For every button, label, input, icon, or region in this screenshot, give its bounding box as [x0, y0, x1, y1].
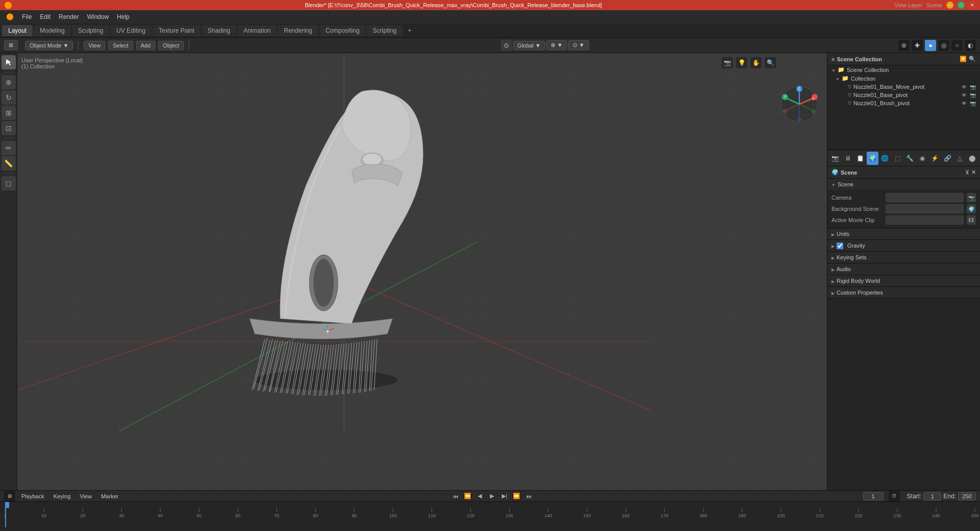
outliner-item-nozzle-move[interactable]: ▽ Nozzle01_Base_Move_pivot 👁 📷 — [827, 83, 980, 91]
tab-rendering[interactable]: Rendering — [278, 25, 318, 36]
minimize-button[interactable]: ─ — [946, 2, 953, 9]
audio-section-header[interactable]: Audio — [827, 263, 980, 275]
current-frame-input[interactable]: 1 — [863, 492, 884, 500]
timeline-playback-menu[interactable]: Playback — [18, 492, 47, 500]
viewport-search-icon[interactable]: 🔍 — [765, 57, 776, 68]
menu-file[interactable]: File — [18, 12, 36, 22]
nozzle-brush-render-icon[interactable]: 📷 — [970, 101, 976, 106]
menu-render[interactable]: Render — [55, 12, 83, 22]
viewport-3d[interactable]: User Perspective (Local) (1) Collection … — [17, 53, 827, 490]
object-menu[interactable]: Object — [158, 41, 184, 50]
scene-section-header[interactable]: Scene — [827, 179, 980, 190]
timeline-marker-menu[interactable]: Marker — [98, 492, 121, 500]
start-frame-input[interactable] — [923, 492, 941, 500]
timeline-keying-menu[interactable]: Keying — [51, 492, 74, 500]
outliner-filter-icon[interactable]: 🔽 — [960, 56, 967, 62]
tab-layout[interactable]: Layout — [2, 25, 33, 36]
custom-properties-section-header[interactable]: Custom Properties — [827, 287, 980, 298]
tab-sculpting[interactable]: Sculpting — [72, 25, 109, 36]
add-workspace-button[interactable]: + — [404, 25, 415, 36]
tab-compositing[interactable]: Compositing — [320, 25, 366, 36]
tab-uv-editing[interactable]: UV Editing — [110, 25, 152, 36]
prop-modifier-icon[interactable]: 🔧 — [904, 152, 916, 165]
camera-value[interactable] — [886, 193, 964, 202]
prop-object-data-icon[interactable]: △ — [954, 152, 965, 165]
play-btn[interactable]: ▶ — [487, 492, 497, 501]
menu-window[interactable]: Window — [83, 12, 113, 22]
active-movie-clip-pick-btn[interactable]: 🎞 — [967, 215, 976, 225]
prop-physics-icon[interactable]: ⚡ — [929, 152, 940, 165]
background-scene-value[interactable] — [886, 204, 964, 213]
properties-close-icon[interactable]: ✕ — [971, 169, 976, 176]
outliner-search-icon[interactable]: 🔍 — [969, 56, 976, 62]
prop-object-icon[interactable]: ⬚ — [892, 152, 903, 165]
gizmo-icon[interactable]: ✚ — [912, 40, 923, 51]
jump-to-end-btn[interactable]: ⏭ — [524, 492, 534, 501]
rotate-tool-button[interactable]: ↻ — [2, 90, 16, 105]
prop-view-layer-icon[interactable]: 📋 — [854, 152, 866, 165]
outliner-item-nozzle-base[interactable]: ▽ Nozzle01_Base_pivot 👁 📷 — [827, 91, 980, 99]
global-transform-dropdown[interactable]: Global ▼ — [513, 41, 546, 50]
prop-scene-icon[interactable]: 🌍 — [867, 152, 878, 165]
playback-sync-icon[interactable]: ⏱ — [889, 491, 900, 502]
eevee-shading[interactable]: ◐ — [965, 40, 976, 51]
tab-texture-paint[interactable]: Texture Paint — [153, 25, 201, 36]
viewport-tools-icon[interactable]: ✋ — [750, 57, 762, 68]
step-back-btn[interactable]: ◀ — [475, 492, 485, 501]
nozzle-base-eye-icon[interactable]: 👁 — [962, 92, 967, 98]
snap-dropdown[interactable]: ⊕ ▼ — [546, 40, 567, 50]
select-menu[interactable]: Select — [108, 41, 133, 50]
solid-shading[interactable]: ● — [925, 40, 936, 51]
properties-options-icon[interactable]: ⊻ — [965, 169, 969, 176]
active-movie-clip-value[interactable] — [886, 215, 964, 225]
annotate-tool-button[interactable]: ✏ — [2, 141, 16, 155]
proportional-edit[interactable]: ⊙ ▼ — [568, 40, 589, 50]
tab-animation[interactable]: Animation — [237, 25, 277, 36]
prop-particles-icon[interactable]: ◉ — [917, 152, 928, 165]
outliner-item-nozzle-brush[interactable]: ▽ Nozzle01_Brush_pivot 👁 📷 — [827, 99, 980, 107]
units-section-header[interactable]: Units — [827, 228, 980, 239]
move-tool-button[interactable]: ⊕ — [2, 75, 16, 89]
outliner-item-scene-collection[interactable]: 📁 Scene Collection — [827, 65, 980, 74]
nozzle-base-render-icon[interactable]: 📷 — [970, 92, 976, 98]
nozzle-move-eye-icon[interactable]: 👁 — [962, 84, 967, 90]
timeline-ruler[interactable]: 1 10 20 30 40 50 60 70 — [0, 502, 980, 531]
menu-blender[interactable]: 🟠 — [2, 12, 18, 22]
tab-modeling[interactable]: Modeling — [34, 25, 71, 36]
nozzle-move-render-icon[interactable]: 📷 — [970, 84, 976, 90]
add-menu[interactable]: Add — [136, 41, 156, 50]
menu-help[interactable]: Help — [113, 12, 134, 22]
viewport-lights-icon[interactable]: 💡 — [736, 57, 747, 68]
select-tool-button[interactable] — [2, 55, 16, 69]
end-frame-input[interactable] — [958, 492, 976, 500]
tab-scripting[interactable]: Scripting — [366, 25, 403, 36]
view-menu[interactable]: View — [84, 41, 105, 50]
object-mode-dropdown[interactable]: Object Mode ▼ — [25, 41, 73, 50]
tab-shading[interactable]: Shading — [202, 25, 236, 36]
timeline-editor-type[interactable]: ⊞ — [4, 491, 15, 502]
rendered-shading[interactable]: ○ — [951, 40, 963, 51]
viewport-shading-icon[interactable]: ⊙ — [501, 40, 512, 51]
jump-forward-btn[interactable]: ⏩ — [511, 492, 522, 501]
prop-material-icon[interactable]: ⬤ — [967, 152, 978, 165]
scale-tool-button[interactable]: ⊞ — [2, 106, 16, 120]
outliner-item-collection[interactable]: 📁 Collection — [827, 74, 980, 83]
transform-tool-button[interactable]: ⊡ — [2, 121, 16, 135]
prop-render-icon[interactable]: 📷 — [829, 152, 841, 165]
gravity-checkbox[interactable] — [837, 243, 843, 249]
header-editor-type[interactable]: ⊞ — [4, 40, 18, 50]
close-button[interactable]: ✕ — [969, 2, 976, 9]
nozzle-brush-eye-icon[interactable]: 👁 — [962, 101, 967, 106]
timeline-view-menu[interactable]: View — [77, 492, 95, 500]
overlay-icon[interactable]: ⊚ — [898, 40, 910, 51]
jump-back-btn[interactable]: ⏪ — [462, 492, 473, 501]
keying-sets-section-header[interactable]: Keying Sets — [827, 252, 980, 263]
gravity-section-header[interactable]: Gravity — [827, 240, 980, 251]
menu-edit[interactable]: Edit — [36, 12, 55, 22]
camera-pick-btn[interactable]: 📷 — [967, 193, 976, 202]
add-cube-button[interactable]: ◻ — [2, 176, 16, 190]
rigid-body-world-section-header[interactable]: Rigid Body World — [827, 275, 980, 286]
prop-output-icon[interactable]: 🖥 — [842, 152, 853, 165]
material-shading[interactable]: ◎ — [938, 40, 949, 51]
viewport-cameras-icon[interactable]: 📷 — [722, 57, 733, 68]
